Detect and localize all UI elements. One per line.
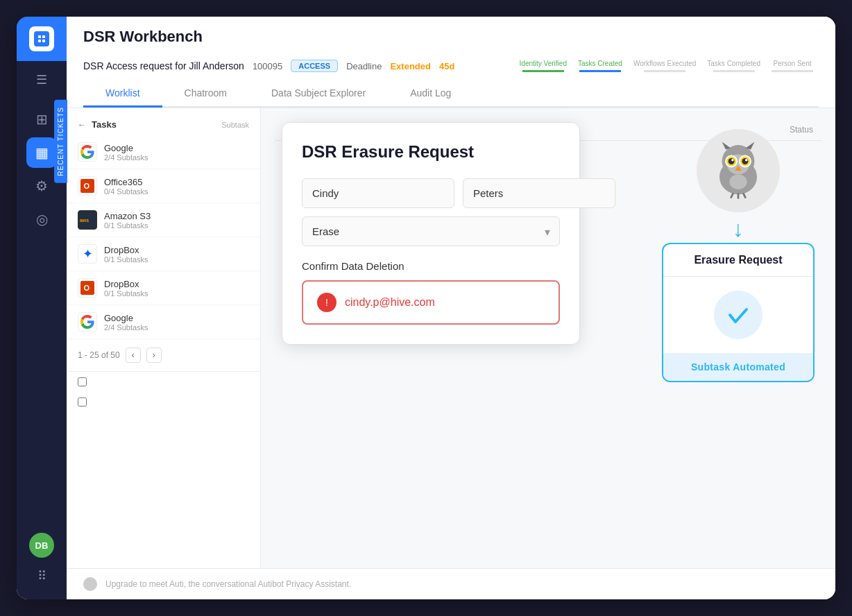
action-select[interactable]: Erase xyxy=(302,216,560,246)
svg-point-17 xyxy=(731,159,734,162)
google-logo-svg-2 xyxy=(80,315,94,329)
app-window: ☰ ⊞ ▦ ⚙ ◎ DB ⠿ RECENT TICKETS xyxy=(17,17,835,599)
check-circle-icon xyxy=(714,291,762,339)
logo-box xyxy=(29,26,54,51)
sidebar: ☰ ⊞ ▦ ⚙ ◎ DB ⠿ RECENT TICKETS xyxy=(17,17,67,599)
owl-svg xyxy=(707,139,769,202)
checkbox-1[interactable] xyxy=(78,377,87,386)
main-header: DSR Workbench DSR Access request for Jil… xyxy=(67,17,835,108)
first-name-input[interactable] xyxy=(302,178,454,208)
step-line-4 xyxy=(713,70,755,72)
avatar[interactable]: DB xyxy=(29,533,54,558)
task-item-office365[interactable]: O Office365 0/4 Subtasks xyxy=(67,169,260,203)
svg-line-24 xyxy=(731,193,733,198)
sidebar-item-data[interactable]: ▦ xyxy=(26,137,57,168)
svg-point-23 xyxy=(729,174,747,189)
svg-text:O: O xyxy=(83,182,90,190)
row-checkbox-1 xyxy=(67,371,260,392)
panel-back-button[interactable]: ← xyxy=(78,120,86,130)
step-line-2 xyxy=(579,70,621,72)
svg-point-20 xyxy=(742,158,748,164)
bottom-bar: Upgrade to meet Auti, the conversational… xyxy=(67,568,835,599)
deadline-label: Deadline xyxy=(346,61,382,71)
svg-rect-1 xyxy=(42,35,45,38)
apps-icon[interactable]: ⠿ xyxy=(29,563,54,588)
name-fields-row xyxy=(302,178,560,208)
step-tasks: Tasks Created xyxy=(578,60,622,67)
arrow-down-icon: ↓ xyxy=(733,218,744,240)
email-confirm-box: ! cindy.p@hive.com xyxy=(302,280,560,325)
prog-step-1: Identity Verified xyxy=(514,60,572,72)
securiti-logo-svg xyxy=(37,34,46,44)
amazon-s3-icon: aws xyxy=(78,210,97,230)
hamburger-menu-icon[interactable]: ☰ xyxy=(17,61,67,99)
email-text: cindy.p@hive.com xyxy=(345,296,435,309)
logo-icon xyxy=(34,31,49,46)
google-logo-svg-1 xyxy=(80,145,94,159)
auti-icon xyxy=(83,577,97,591)
app-body: ☰ ⊞ ▦ ⚙ ◎ DB ⠿ RECENT TICKETS xyxy=(17,17,835,599)
last-name-input[interactable] xyxy=(463,178,615,208)
checkbox-2[interactable] xyxy=(78,397,87,407)
sidebar-item-dashboard[interactable]: ⊞ xyxy=(26,104,57,135)
pagination-next[interactable]: › xyxy=(146,348,162,363)
task-item-dropbox-2[interactable]: O DropBox 0/1 Subtasks xyxy=(67,271,260,305)
email-warning-icon: ! xyxy=(317,293,336,312)
task-info-dropbox-1: DropBox 0/1 Subtasks xyxy=(104,245,249,264)
step-line-1 xyxy=(522,70,564,72)
upgrade-text: Upgrade to meet Auti, the conversational… xyxy=(105,579,351,589)
task-item-amazon-s3[interactable]: aws Amazon S3 0/1 Subtasks xyxy=(67,203,260,237)
task-sub-google-1: 2/4 Subtasks xyxy=(104,153,249,162)
svg-marker-11 xyxy=(722,142,731,150)
recent-tickets-tab[interactable]: RECENT TICKETS xyxy=(54,100,67,183)
step-person: Person Sent xyxy=(773,60,811,67)
task-name-amazon-s3: Amazon S3 xyxy=(104,211,249,221)
task-sub-office365: 0/4 Subtasks xyxy=(104,187,249,196)
tab-chatroom[interactable]: Chatroom xyxy=(162,80,249,108)
dropbox-icon-2: O xyxy=(78,278,97,298)
settings-icon: ◎ xyxy=(36,211,48,228)
modal-title: DSR Erasure Request xyxy=(302,142,560,162)
svg-line-26 xyxy=(743,193,746,198)
task-sub-dropbox-1: 0/1 Subtasks xyxy=(104,255,249,264)
task-item-google-1[interactable]: Google 2/4 Subtasks xyxy=(67,135,260,169)
task-sub-amazon-s3: 0/1 Subtasks xyxy=(104,221,249,230)
tab-worklist[interactable]: Worklist xyxy=(83,80,162,108)
erasure-card: Erasure Request Subtask Automated xyxy=(662,243,815,382)
owl-mascot xyxy=(697,129,780,212)
google-icon-2 xyxy=(78,312,97,332)
svg-marker-12 xyxy=(746,142,755,150)
panel-tasks-label: Tasks xyxy=(92,119,117,130)
page-title: DSR Workbench xyxy=(83,28,819,46)
prog-step-4: Tasks Completed xyxy=(701,60,766,72)
svg-rect-3 xyxy=(42,40,45,42)
pagination-prev[interactable]: ‹ xyxy=(126,348,141,363)
svg-rect-0 xyxy=(38,35,41,38)
checkmark-svg xyxy=(724,301,752,329)
office365-logo-svg: O xyxy=(80,179,94,193)
tab-audit-log[interactable]: Audit Log xyxy=(388,80,473,108)
sidebar-item-settings[interactable]: ◎ xyxy=(26,204,57,234)
prog-step-2: Tasks Created xyxy=(572,60,628,72)
dashboard-icon: ⊞ xyxy=(36,111,48,128)
confirm-label: Confirm Data Deletion xyxy=(302,260,560,272)
task-info-google-2: Google 2/4 Subtasks xyxy=(104,313,249,332)
svg-text:O: O xyxy=(83,284,90,292)
task-name-google-1: Google xyxy=(104,143,249,153)
task-item-dropbox-1[interactable]: ✦ DropBox 0/1 Subtasks xyxy=(67,237,260,271)
task-info-google-1: Google 2/4 Subtasks xyxy=(104,143,249,162)
aws-logo-svg: aws xyxy=(80,215,95,225)
data-icon: ▦ xyxy=(35,144,49,161)
badge-access: ACCESS xyxy=(291,60,338,72)
task-sub-dropbox-2: 0/1 Subtasks xyxy=(104,289,249,298)
task-item-google-2[interactable]: Google 2/4 Subtasks xyxy=(67,305,260,339)
step-completed: Tasks Completed xyxy=(707,60,760,67)
tab-data-subject-explorer[interactable]: Data Subject Explorer xyxy=(249,80,388,108)
sidebar-item-tools[interactable]: ⚙ xyxy=(26,171,57,201)
task-info-dropbox-2: DropBox 0/1 Subtasks xyxy=(104,279,249,298)
tabs: Worklist Chatroom Data Subject Explorer … xyxy=(83,80,819,108)
subtask-automated-label: Subtask Automated xyxy=(663,353,813,381)
deadline-extended: Extended xyxy=(390,61,431,71)
svg-point-16 xyxy=(729,158,735,164)
sidebar-logo xyxy=(17,17,67,61)
